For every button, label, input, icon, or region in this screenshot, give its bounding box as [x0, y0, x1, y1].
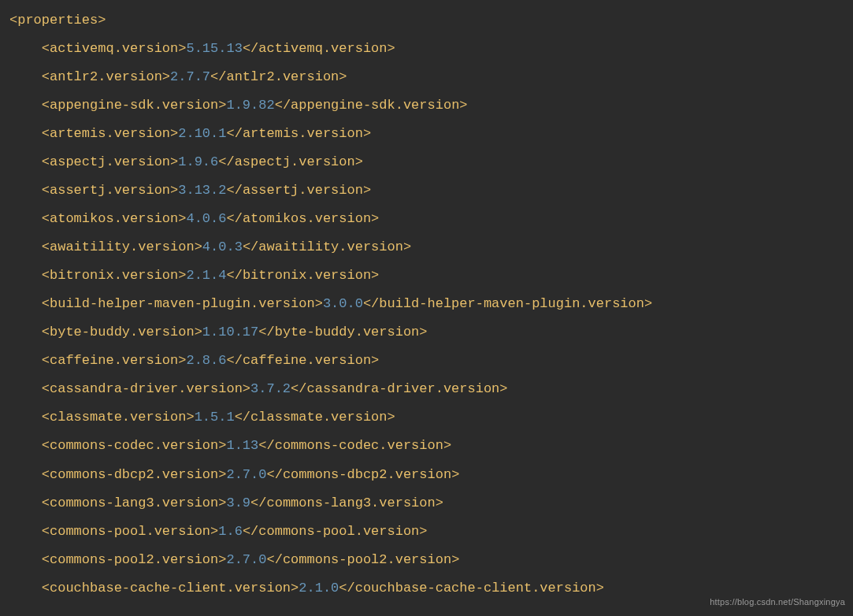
angle-open-icon: < — [42, 69, 50, 84]
angle-open-icon: < — [42, 410, 50, 425]
angle-open-icon: < — [42, 552, 50, 567]
angle-open-slash-icon: </ — [235, 410, 250, 425]
xml-property-line: <build-helper-maven-plugin.version>3.0.0… — [9, 290, 853, 318]
angle-open-icon: < — [42, 524, 50, 539]
angle-open-slash-icon: </ — [339, 581, 354, 596]
xml-text-value: 3.13.2 — [178, 183, 226, 198]
angle-close-icon: > — [170, 126, 178, 141]
angle-close-icon: > — [419, 524, 427, 539]
xml-open-tagname: commons-dbcp2.version — [50, 467, 218, 482]
xml-text-value: 5.15.13 — [186, 41, 242, 56]
xml-property-line: <commons-pool2.version>2.7.0</commons-po… — [9, 546, 853, 574]
xml-close-tagname: artemis.version — [243, 126, 363, 141]
angle-open-icon: < — [9, 13, 17, 28]
angle-open-icon: < — [42, 154, 50, 169]
xml-text-value: 2.10.1 — [178, 126, 226, 141]
xml-property-line: <cassandra-driver.version>3.7.2</cassand… — [9, 375, 853, 403]
xml-open-tagname: activemq.version — [50, 41, 178, 56]
angle-close-icon: > — [371, 353, 379, 368]
xml-text-value: 2.7.0 — [226, 552, 266, 567]
watermark-text: https://blog.csdn.net/Shangxingya — [710, 593, 845, 611]
angle-open-icon: < — [42, 126, 50, 141]
xml-property-line: <atomikos.version>4.0.6</atomikos.versio… — [9, 205, 853, 233]
angle-open-slash-icon: </ — [243, 41, 258, 56]
angle-open-slash-icon: </ — [266, 552, 282, 567]
angle-close-icon: > — [499, 381, 507, 396]
angle-close-icon: > — [443, 438, 451, 453]
angle-close-icon: > — [195, 325, 202, 340]
xml-text-value: 2.1.0 — [299, 581, 339, 596]
xml-property-line: <byte-buddy.version>1.10.17</byte-buddy.… — [9, 318, 853, 347]
xml-open-tagname: byte-buddy.version — [50, 325, 195, 340]
angle-close-icon: > — [403, 239, 411, 254]
angle-close-icon: > — [363, 126, 371, 141]
xml-close-tagname: appengine-sdk.version — [291, 98, 459, 113]
angle-open-slash-icon: </ — [226, 126, 242, 141]
angle-open-slash-icon: </ — [226, 268, 242, 283]
angle-open-slash-icon: </ — [226, 353, 242, 368]
xml-text-value: 2.1.4 — [186, 268, 226, 283]
angle-close-icon: > — [451, 552, 459, 567]
angle-open-icon: < — [42, 98, 50, 113]
angle-open-slash-icon: </ — [258, 438, 274, 453]
xml-close-tagname: activemq.version — [258, 41, 387, 56]
xml-close-tagname: aspectj.version — [235, 154, 355, 169]
angle-close-icon: > — [218, 98, 226, 113]
angle-open-slash-icon: </ — [258, 325, 274, 340]
angle-open-icon: < — [42, 353, 50, 368]
angle-close-icon: > — [291, 581, 299, 596]
xml-close-tagname: antlr2.version — [226, 69, 339, 84]
angle-close-icon: > — [371, 211, 379, 226]
angle-open-slash-icon: </ — [218, 154, 234, 169]
xml-text-value: 1.10.17 — [202, 325, 258, 340]
xml-close-tagname: caffeine.version — [243, 353, 371, 368]
angle-open-icon: < — [42, 325, 50, 340]
angle-open-slash-icon: </ — [210, 69, 226, 84]
xml-open-tagname: assertj.version — [50, 183, 170, 198]
xml-close-tagname: commons-dbcp2.version — [283, 467, 451, 482]
xml-open-tagname: atomikos.version — [50, 211, 178, 226]
angle-open-icon: < — [42, 581, 50, 596]
xml-root-open: <properties> — [9, 6, 853, 35]
angle-close-icon: > — [218, 495, 226, 510]
xml-property-line: <bitronix.version>2.1.4</bitronix.versio… — [9, 262, 853, 290]
angle-close-icon: > — [596, 581, 604, 596]
xml-property-line: <artemis.version>2.10.1</artemis.version… — [9, 120, 853, 148]
xml-open-tagname: caffeine.version — [50, 353, 178, 368]
xml-property-line: <classmate.version>1.5.1</classmate.vers… — [9, 403, 853, 432]
xml-property-line: <commons-dbcp2.version>2.7.0</commons-db… — [9, 461, 853, 489]
xml-close-tagname: commons-pool.version — [258, 524, 419, 539]
xml-text-value: 1.9.82 — [226, 98, 274, 113]
angle-close-icon: > — [371, 268, 379, 283]
xml-code-block: <properties><activemq.version>5.15.13</a… — [9, 6, 853, 603]
xml-close-tagname: commons-pool2.version — [283, 552, 451, 567]
angle-close-icon: > — [419, 325, 427, 340]
angle-close-icon: > — [218, 552, 226, 567]
angle-close-icon: > — [218, 467, 226, 482]
xml-close-tagname: cassandra-driver.version — [306, 381, 499, 396]
angle-open-icon: < — [42, 239, 50, 254]
angle-close-icon: > — [644, 296, 652, 311]
xml-close-tagname: build-helper-maven-plugin.version — [379, 296, 644, 311]
xml-open-tagname: couchbase-cache-client.version — [50, 581, 291, 596]
angle-close-icon: > — [186, 410, 194, 425]
angle-open-icon: < — [42, 183, 50, 198]
xml-open-tagname: classmate.version — [50, 410, 186, 425]
xml-open-tagname: commons-pool2.version — [50, 552, 218, 567]
xml-open-tagname: cassandra-driver.version — [50, 381, 243, 396]
xml-open-tagname: awaitility.version — [50, 239, 195, 254]
xml-close-tagname: commons-codec.version — [275, 438, 443, 453]
xml-text-value: 4.0.6 — [186, 211, 226, 226]
xml-text-value: 2.7.0 — [226, 467, 266, 482]
angle-open-icon: < — [42, 381, 50, 396]
xml-open-tagname: aspectj.version — [50, 154, 170, 169]
angle-close-icon: > — [170, 183, 178, 198]
angle-open-slash-icon: </ — [243, 524, 258, 539]
angle-close-icon: > — [178, 41, 186, 56]
xml-text-value: 1.5.1 — [195, 410, 235, 425]
angle-close-icon: > — [218, 438, 226, 453]
xml-close-tagname: couchbase-cache-client.version — [355, 581, 596, 596]
xml-text-value: 2.8.6 — [186, 353, 226, 368]
xml-open-tagname: build-helper-maven-plugin.version — [50, 296, 315, 311]
angle-close-icon: > — [98, 13, 106, 28]
